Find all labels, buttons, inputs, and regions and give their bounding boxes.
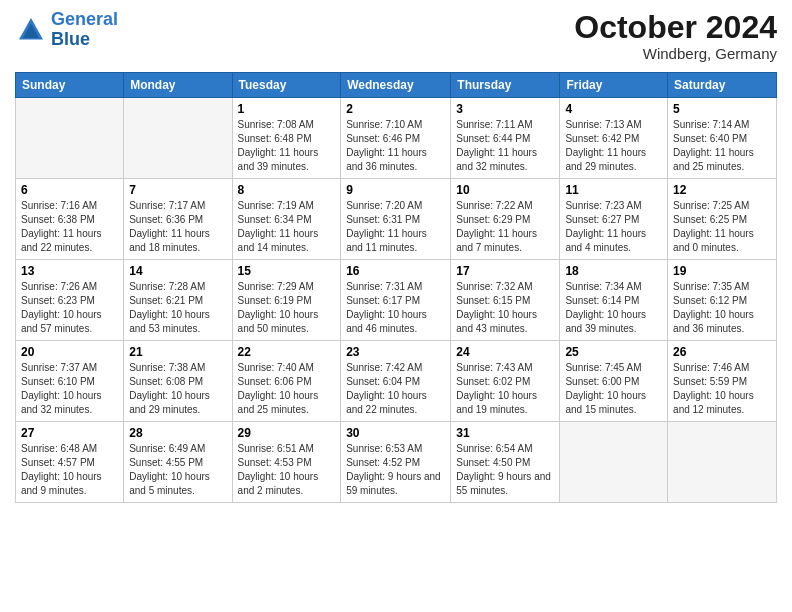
day-info: Sunrise: 7:42 AM Sunset: 6:04 PM Dayligh… (346, 361, 445, 417)
day-info: Sunrise: 7:35 AM Sunset: 6:12 PM Dayligh… (673, 280, 771, 336)
day-number: 26 (673, 345, 771, 359)
day-info: Sunrise: 7:23 AM Sunset: 6:27 PM Dayligh… (565, 199, 662, 255)
day-info: Sunrise: 6:53 AM Sunset: 4:52 PM Dayligh… (346, 442, 445, 498)
calendar-table: SundayMondayTuesdayWednesdayThursdayFrid… (15, 72, 777, 503)
calendar-week-row: 13Sunrise: 7:26 AM Sunset: 6:23 PM Dayli… (16, 260, 777, 341)
col-header-sunday: Sunday (16, 73, 124, 98)
day-info: Sunrise: 7:08 AM Sunset: 6:48 PM Dayligh… (238, 118, 336, 174)
title-block: October 2024 Windberg, Germany (574, 10, 777, 62)
day-number: 22 (238, 345, 336, 359)
calendar-cell: 8Sunrise: 7:19 AM Sunset: 6:34 PM Daylig… (232, 179, 341, 260)
calendar-cell: 14Sunrise: 7:28 AM Sunset: 6:21 PM Dayli… (124, 260, 232, 341)
day-number: 12 (673, 183, 771, 197)
day-info: Sunrise: 7:29 AM Sunset: 6:19 PM Dayligh… (238, 280, 336, 336)
day-info: Sunrise: 7:34 AM Sunset: 6:14 PM Dayligh… (565, 280, 662, 336)
col-header-saturday: Saturday (668, 73, 777, 98)
calendar-cell: 28Sunrise: 6:49 AM Sunset: 4:55 PM Dayli… (124, 422, 232, 503)
day-number: 15 (238, 264, 336, 278)
day-number: 31 (456, 426, 554, 440)
calendar-cell: 29Sunrise: 6:51 AM Sunset: 4:53 PM Dayli… (232, 422, 341, 503)
logo: General Blue (15, 10, 118, 50)
calendar-cell: 21Sunrise: 7:38 AM Sunset: 6:08 PM Dayli… (124, 341, 232, 422)
calendar-cell: 15Sunrise: 7:29 AM Sunset: 6:19 PM Dayli… (232, 260, 341, 341)
day-number: 5 (673, 102, 771, 116)
calendar-cell: 20Sunrise: 7:37 AM Sunset: 6:10 PM Dayli… (16, 341, 124, 422)
day-info: Sunrise: 7:32 AM Sunset: 6:15 PM Dayligh… (456, 280, 554, 336)
day-info: Sunrise: 7:25 AM Sunset: 6:25 PM Dayligh… (673, 199, 771, 255)
calendar-cell: 12Sunrise: 7:25 AM Sunset: 6:25 PM Dayli… (668, 179, 777, 260)
calendar-week-row: 6Sunrise: 7:16 AM Sunset: 6:38 PM Daylig… (16, 179, 777, 260)
day-info: Sunrise: 7:11 AM Sunset: 6:44 PM Dayligh… (456, 118, 554, 174)
day-number: 29 (238, 426, 336, 440)
day-number: 23 (346, 345, 445, 359)
calendar-cell: 9Sunrise: 7:20 AM Sunset: 6:31 PM Daylig… (341, 179, 451, 260)
header: General Blue October 2024 Windberg, Germ… (15, 10, 777, 62)
calendar-cell: 13Sunrise: 7:26 AM Sunset: 6:23 PM Dayli… (16, 260, 124, 341)
calendar-cell: 19Sunrise: 7:35 AM Sunset: 6:12 PM Dayli… (668, 260, 777, 341)
calendar-cell (16, 98, 124, 179)
day-info: Sunrise: 7:19 AM Sunset: 6:34 PM Dayligh… (238, 199, 336, 255)
day-number: 7 (129, 183, 226, 197)
calendar-cell: 31Sunrise: 6:54 AM Sunset: 4:50 PM Dayli… (451, 422, 560, 503)
day-number: 30 (346, 426, 445, 440)
day-number: 1 (238, 102, 336, 116)
calendar-week-row: 1Sunrise: 7:08 AM Sunset: 6:48 PM Daylig… (16, 98, 777, 179)
day-number: 18 (565, 264, 662, 278)
day-number: 27 (21, 426, 118, 440)
day-number: 13 (21, 264, 118, 278)
day-number: 8 (238, 183, 336, 197)
day-number: 11 (565, 183, 662, 197)
day-info: Sunrise: 6:49 AM Sunset: 4:55 PM Dayligh… (129, 442, 226, 498)
calendar-cell: 4Sunrise: 7:13 AM Sunset: 6:42 PM Daylig… (560, 98, 668, 179)
day-info: Sunrise: 7:22 AM Sunset: 6:29 PM Dayligh… (456, 199, 554, 255)
calendar-cell: 2Sunrise: 7:10 AM Sunset: 6:46 PM Daylig… (341, 98, 451, 179)
day-info: Sunrise: 7:10 AM Sunset: 6:46 PM Dayligh… (346, 118, 445, 174)
day-number: 3 (456, 102, 554, 116)
day-number: 28 (129, 426, 226, 440)
day-number: 10 (456, 183, 554, 197)
day-info: Sunrise: 7:13 AM Sunset: 6:42 PM Dayligh… (565, 118, 662, 174)
day-number: 19 (673, 264, 771, 278)
day-info: Sunrise: 7:17 AM Sunset: 6:36 PM Dayligh… (129, 199, 226, 255)
day-number: 4 (565, 102, 662, 116)
calendar-header-row: SundayMondayTuesdayWednesdayThursdayFrid… (16, 73, 777, 98)
calendar-cell (124, 98, 232, 179)
calendar-cell: 17Sunrise: 7:32 AM Sunset: 6:15 PM Dayli… (451, 260, 560, 341)
day-number: 6 (21, 183, 118, 197)
day-info: Sunrise: 7:14 AM Sunset: 6:40 PM Dayligh… (673, 118, 771, 174)
col-header-monday: Monday (124, 73, 232, 98)
calendar-cell: 10Sunrise: 7:22 AM Sunset: 6:29 PM Dayli… (451, 179, 560, 260)
calendar-cell (560, 422, 668, 503)
day-info: Sunrise: 7:26 AM Sunset: 6:23 PM Dayligh… (21, 280, 118, 336)
calendar-cell: 30Sunrise: 6:53 AM Sunset: 4:52 PM Dayli… (341, 422, 451, 503)
calendar-cell: 11Sunrise: 7:23 AM Sunset: 6:27 PM Dayli… (560, 179, 668, 260)
logo-text: General Blue (51, 10, 118, 50)
day-number: 20 (21, 345, 118, 359)
col-header-wednesday: Wednesday (341, 73, 451, 98)
calendar-cell: 24Sunrise: 7:43 AM Sunset: 6:02 PM Dayli… (451, 341, 560, 422)
day-info: Sunrise: 7:28 AM Sunset: 6:21 PM Dayligh… (129, 280, 226, 336)
logo-icon (15, 14, 47, 46)
day-number: 2 (346, 102, 445, 116)
calendar-cell: 1Sunrise: 7:08 AM Sunset: 6:48 PM Daylig… (232, 98, 341, 179)
calendar-week-row: 27Sunrise: 6:48 AM Sunset: 4:57 PM Dayli… (16, 422, 777, 503)
day-number: 14 (129, 264, 226, 278)
calendar-cell: 6Sunrise: 7:16 AM Sunset: 6:38 PM Daylig… (16, 179, 124, 260)
day-info: Sunrise: 7:16 AM Sunset: 6:38 PM Dayligh… (21, 199, 118, 255)
day-info: Sunrise: 7:40 AM Sunset: 6:06 PM Dayligh… (238, 361, 336, 417)
day-info: Sunrise: 6:51 AM Sunset: 4:53 PM Dayligh… (238, 442, 336, 498)
day-info: Sunrise: 7:31 AM Sunset: 6:17 PM Dayligh… (346, 280, 445, 336)
calendar-cell: 5Sunrise: 7:14 AM Sunset: 6:40 PM Daylig… (668, 98, 777, 179)
day-number: 16 (346, 264, 445, 278)
day-info: Sunrise: 7:46 AM Sunset: 5:59 PM Dayligh… (673, 361, 771, 417)
day-number: 21 (129, 345, 226, 359)
calendar-cell: 16Sunrise: 7:31 AM Sunset: 6:17 PM Dayli… (341, 260, 451, 341)
day-number: 25 (565, 345, 662, 359)
day-info: Sunrise: 7:38 AM Sunset: 6:08 PM Dayligh… (129, 361, 226, 417)
col-header-friday: Friday (560, 73, 668, 98)
day-number: 17 (456, 264, 554, 278)
calendar-cell: 26Sunrise: 7:46 AM Sunset: 5:59 PM Dayli… (668, 341, 777, 422)
calendar-cell (668, 422, 777, 503)
page: General Blue October 2024 Windberg, Germ… (0, 0, 792, 612)
day-info: Sunrise: 6:54 AM Sunset: 4:50 PM Dayligh… (456, 442, 554, 498)
